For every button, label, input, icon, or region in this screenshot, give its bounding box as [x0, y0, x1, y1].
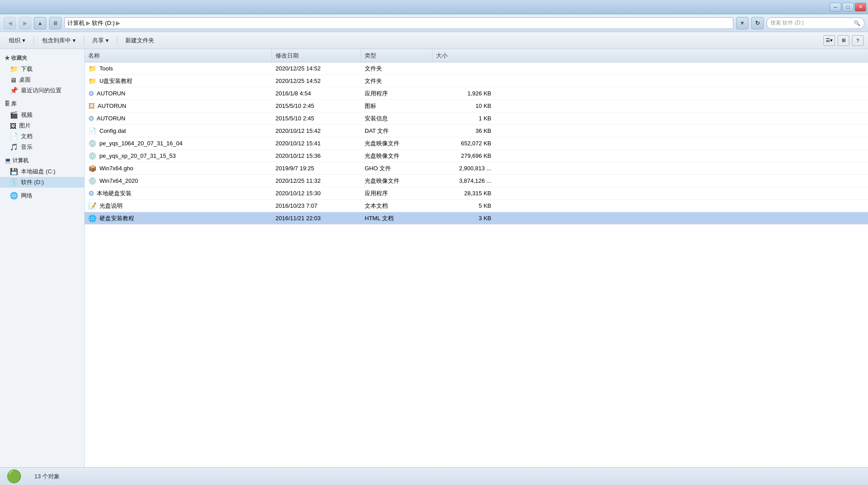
- table-row[interactable]: 📄 Config.dat 2020/10/12 15:42 DAT 文件 36 …: [85, 125, 868, 137]
- table-row[interactable]: 📁 U盘安装教程 2020/12/25 14:52 文件夹: [85, 75, 868, 87]
- search-box[interactable]: 搜索 软件 (D:) 🔍: [766, 17, 864, 29]
- file-size-cell: 3 KB: [432, 215, 495, 222]
- table-row[interactable]: 💿 pe_yqs_xp_20_07_31_15_53 2020/10/12 15…: [85, 150, 868, 162]
- file-icon: ⚙: [88, 90, 94, 98]
- file-name-cell: 📝 光盘说明: [85, 202, 272, 210]
- column-header-size[interactable]: 大小: [432, 49, 495, 62]
- sidebar-item-network[interactable]: 🌐网络: [0, 190, 84, 201]
- library-dropdown-icon: ▾: [73, 37, 76, 44]
- toolbar-separator-2: [84, 36, 84, 45]
- file-size-cell: 2,900,813 ...: [432, 165, 495, 172]
- file-size-cell: 1,926 KB: [432, 90, 495, 97]
- sidebar-item-document[interactable]: 📄文档: [0, 131, 84, 142]
- breadcrumb-drive[interactable]: 软件 (D:): [92, 19, 115, 27]
- column-header-type[interactable]: 类型: [361, 49, 432, 62]
- column-header-modified[interactable]: 修改日期: [272, 49, 361, 62]
- toolbar-separator-1: [33, 36, 34, 45]
- file-name: Win7x64_2020: [99, 177, 138, 184]
- sidebar-item-image[interactable]: 🖼图片: [0, 120, 84, 131]
- file-name: pe_yqs_xp_20_07_31_15_53: [99, 152, 176, 159]
- sidebar-item-label-drive-c: 本地磁盘 (C:): [21, 168, 55, 176]
- file-size-cell: 279,696 KB: [432, 152, 495, 159]
- file-name: AUTORUN: [97, 90, 125, 97]
- help-button[interactable]: ?: [852, 35, 864, 46]
- file-modified-cell: 2020/10/12 15:41: [272, 140, 361, 147]
- sidebar-item-label-download: 下载: [21, 65, 33, 73]
- file-icon: 💿: [88, 152, 97, 160]
- back-button[interactable]: ◀: [4, 17, 16, 29]
- refresh-button[interactable]: ↻: [751, 17, 764, 29]
- sidebar-item-icon-network: 🌐: [10, 192, 18, 200]
- file-type-cell: 文件夹: [361, 77, 432, 85]
- file-icon: 📄: [88, 127, 97, 135]
- toolbar: 组织 ▾ 包含到库中 ▾ 共享 ▾ 新建文件夹 ☰▾ ⊞ ?: [0, 32, 868, 49]
- table-row[interactable]: 📦 Win7x64.gho 2019/9/7 19:25 GHO 文件 2,90…: [85, 162, 868, 175]
- breadcrumb[interactable]: 计算机 ▶ 软件 (D:) ▶: [64, 17, 733, 29]
- table-row[interactable]: ⚙ AUTORUN 2015/5/10 2:45 安装信息 1 KB: [85, 112, 868, 125]
- view-toggle-button[interactable]: ☰▾: [823, 35, 835, 46]
- table-row[interactable]: 💿 pe_yqs_1064_20_07_31_16_04 2020/10/12 …: [85, 137, 868, 150]
- file-type-cell: 应用程序: [361, 189, 432, 197]
- file-modified-cell: 2020/10/12 15:42: [272, 127, 361, 134]
- share-button[interactable]: 共享 ▾: [88, 34, 113, 47]
- sidebar-item-icon-video: 🎬: [10, 111, 18, 119]
- preview-pane-button[interactable]: ⊞: [838, 35, 849, 46]
- sidebar-item-download[interactable]: 📁下载: [0, 64, 84, 74]
- table-row[interactable]: 📝 光盘说明 2016/10/23 7:07 文本文档 5 KB: [85, 200, 868, 212]
- table-row[interactable]: ⚙ AUTORUN 2016/1/8 4:54 应用程序 1,926 KB: [85, 87, 868, 100]
- sidebar-item-drive-d[interactable]: 💿软件 (D:): [0, 177, 84, 188]
- file-name-cell: ⚙ AUTORUN: [85, 115, 272, 123]
- sidebar-header-library: 🗄 库: [0, 99, 84, 110]
- column-header-name[interactable]: 名称: [85, 49, 272, 62]
- file-name-cell: 🖼 AUTORUN: [85, 102, 272, 110]
- sidebar-item-drive-c[interactable]: 💾本地磁盘 (C:): [0, 166, 84, 177]
- forward-button[interactable]: ▶: [19, 17, 31, 29]
- table-row[interactable]: ⚙ 本地硬盘安装 2020/10/12 15:30 应用程序 28,315 KB: [85, 187, 868, 200]
- organize-button[interactable]: 组织 ▾: [4, 34, 30, 47]
- file-modified-cell: 2020/10/12 15:36: [272, 152, 361, 159]
- sidebar-item-icon-drive-c: 💾: [10, 168, 18, 176]
- breadcrumb-computer[interactable]: 计算机: [67, 19, 85, 27]
- sidebar-item-icon-document: 📄: [10, 132, 18, 140]
- maximize-button[interactable]: □: [842, 3, 854, 12]
- organize-dropdown-icon: ▾: [22, 37, 25, 44]
- dropdown-button[interactable]: ▼: [736, 17, 749, 29]
- file-name-cell: ⚙ AUTORUN: [85, 90, 272, 98]
- new-folder-button[interactable]: 新建文件夹: [121, 34, 159, 47]
- file-name: pe_yqs_1064_20_07_31_16_04: [99, 140, 183, 147]
- sidebar-item-icon-music: 🎵: [10, 143, 18, 151]
- file-name: U盘安装教程: [99, 77, 132, 85]
- sidebar-item-music[interactable]: 🎵音乐: [0, 142, 84, 152]
- file-type-cell: GHO 文件: [361, 164, 432, 173]
- file-name: AUTORUN: [98, 103, 126, 109]
- file-modified-cell: 2019/9/7 19:25: [272, 165, 361, 172]
- status-count: 13 个对象: [34, 473, 60, 481]
- search-placeholder: 搜索 软件 (D:): [770, 19, 804, 27]
- minimize-button[interactable]: ─: [830, 3, 841, 12]
- close-button[interactable]: ✕: [855, 3, 866, 12]
- file-icon: 💿: [88, 177, 97, 185]
- table-row[interactable]: 💿 Win7x64_2020 2020/12/25 11:32 光盘映像文件 3…: [85, 175, 868, 187]
- file-icon: 🌐: [88, 214, 97, 222]
- file-size-cell: 3,874,126 ...: [432, 177, 495, 184]
- sidebar-item-video[interactable]: 🎬视频: [0, 110, 84, 120]
- sidebar-item-recent[interactable]: 📌最近访问的位置: [0, 85, 84, 96]
- file-icon: 📦: [88, 164, 97, 173]
- sidebar-item-desktop[interactable]: 🖥桌面: [0, 74, 84, 85]
- main-layout: ★ 收藏夹📁下载🖥桌面📌最近访问的位置🗄 库🎬视频🖼图片📄文档🎵音乐💻 计算机💾…: [0, 49, 868, 467]
- table-row[interactable]: 📁 Tools 2020/12/25 14:52 文件夹: [85, 62, 868, 75]
- sidebar-item-icon-download: 📁: [10, 65, 18, 73]
- file-type-cell: HTML 文档: [361, 214, 432, 222]
- up-button[interactable]: ▲: [34, 17, 46, 29]
- library-button[interactable]: 包含到库中 ▾: [37, 34, 80, 47]
- file-name: Win7x64.gho: [99, 165, 133, 172]
- file-type-cell: 文本文档: [361, 202, 432, 210]
- table-row[interactable]: 🖼 AUTORUN 2015/5/10 2:45 图标 10 KB: [85, 100, 868, 112]
- file-name-cell: 📦 Win7x64.gho: [85, 164, 272, 173]
- toolbar-separator-3: [117, 36, 117, 45]
- sidebar-header-computer: 💻 计算机: [0, 155, 84, 166]
- sidebar-item-icon-drive-d: 💿: [10, 178, 18, 186]
- sidebar-section-computer: 💻 计算机💾本地磁盘 (C:)💿软件 (D:): [0, 155, 84, 188]
- file-list[interactable]: 📁 Tools 2020/12/25 14:52 文件夹 📁 U盘安装教程 20…: [85, 62, 868, 467]
- table-row[interactable]: 🌐 硬盘安装教程 2016/11/21 22:03 HTML 文档 3 KB: [85, 212, 868, 225]
